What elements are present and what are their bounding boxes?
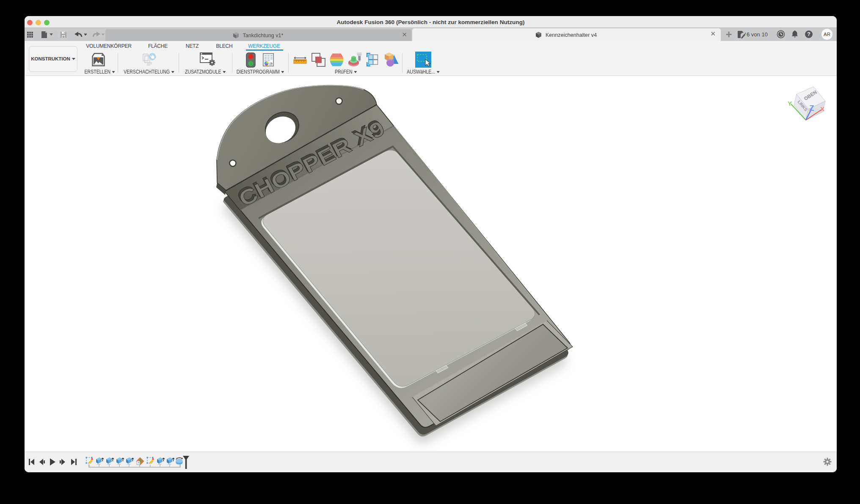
svg-text:Y: Y (788, 100, 792, 107)
svg-text:?: ? (807, 31, 810, 37)
svg-text:X: X (820, 105, 824, 112)
svg-text:Z: Z (809, 104, 814, 112)
